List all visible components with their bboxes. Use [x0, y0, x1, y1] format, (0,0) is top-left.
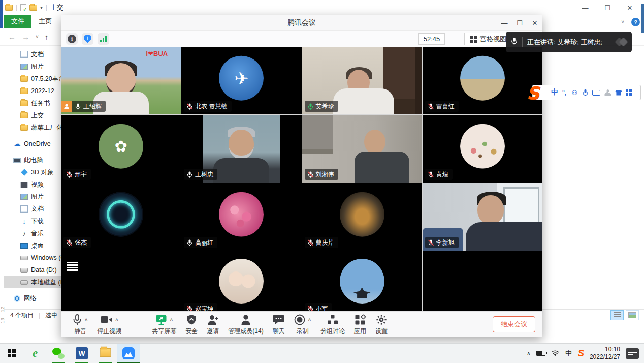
- start-button[interactable]: [0, 344, 23, 363]
- battery-icon[interactable]: [536, 351, 545, 356]
- participant-tile[interactable]: 刘湘伟: [302, 115, 422, 183]
- up-button[interactable]: ↑: [45, 33, 49, 41]
- taskbar-item-explorer[interactable]: [93, 344, 117, 363]
- tab-file[interactable]: 文件: [4, 15, 31, 28]
- invite-button[interactable]: 邀请: [202, 312, 223, 337]
- sidebar-item-folder[interactable]: 上交: [4, 109, 61, 122]
- back-button[interactable]: ←: [8, 33, 16, 41]
- punctuation-icon[interactable]: °,: [562, 89, 566, 96]
- explorer-minimize-button[interactable]: —: [574, 0, 596, 15]
- chevron-up-icon[interactable]: ∧: [115, 317, 118, 322]
- sidebar-item-documents[interactable]: 文档: [4, 203, 61, 215]
- taskbar-item-word[interactable]: W: [70, 344, 93, 363]
- tray-expand-icon[interactable]: ∧: [527, 350, 531, 357]
- thumbnail-view-button[interactable]: [626, 310, 639, 320]
- sidebar-item-folder[interactable]: 蔬菜工厂化: [4, 122, 61, 134]
- sidebar-item-network[interactable]: 网络: [4, 292, 61, 305]
- sidebar-item-folder[interactable]: 任务书: [4, 97, 61, 109]
- sidebar-item-documents[interactable]: 文档: [4, 48, 61, 60]
- sidebar-item-downloads[interactable]: ↓下载: [4, 215, 61, 227]
- explorer-close-button[interactable]: ✕: [619, 0, 641, 15]
- ime-chinese-mode-icon[interactable]: 中: [551, 88, 558, 97]
- participant-tile[interactable]: 王树忠: [181, 115, 301, 183]
- participant-tile[interactable]: I❤BUA 王绍辉: [61, 47, 181, 114]
- sidebar-item-drive-c[interactable]: Windows (C: [4, 252, 61, 264]
- sidebar-item-music[interactable]: ♪音乐: [4, 227, 61, 239]
- account-icon[interactable]: [604, 89, 611, 96]
- participant-tile[interactable]: 雷喜红: [423, 47, 542, 114]
- meeting-close-button[interactable]: ✕: [527, 15, 542, 31]
- toolbox-grid-icon[interactable]: [626, 89, 632, 96]
- taskbar-clock[interactable]: 10:10 2022/12/27: [590, 346, 620, 361]
- taskbar-item-wechat[interactable]: [47, 344, 70, 363]
- sogou-tray-icon[interactable]: S: [578, 348, 584, 359]
- meeting-info-button[interactable]: i: [66, 33, 78, 45]
- participant-name-label: 黄煌: [425, 169, 453, 180]
- settings-button[interactable]: 设置: [371, 312, 392, 337]
- sidebar-item-drive-d[interactable]: Data (D:): [4, 264, 61, 276]
- participant-tile[interactable]: 黄煌: [423, 115, 542, 183]
- ime-indicator[interactable]: 中: [565, 348, 572, 358]
- meeting-security-button[interactable]: [82, 33, 93, 45]
- ribbon-collapse-icon[interactable]: ˅: [621, 19, 624, 25]
- chat-button[interactable]: 聊天: [268, 312, 289, 337]
- apps-button[interactable]: 应用: [349, 312, 371, 337]
- voice-input-icon[interactable]: [583, 89, 588, 96]
- new-folder-icon[interactable]: [29, 5, 37, 11]
- sidebar-item-desktop[interactable]: 桌面: [4, 239, 61, 252]
- glow-ring-avatar: [99, 192, 143, 236]
- participant-tile[interactable]: 高丽红: [181, 183, 301, 251]
- sidebar-item-this-pc[interactable]: 此电脑: [4, 154, 61, 166]
- chevron-down-icon[interactable]: ▾: [40, 5, 43, 10]
- chevron-up-icon[interactable]: ∧: [84, 317, 88, 322]
- tab-home[interactable]: 主页: [31, 15, 59, 28]
- sidebar-item-folder[interactable]: 07.5.20丰台: [4, 73, 61, 85]
- participant-tile[interactable]: ✈ 北农 贾慧敏: [181, 47, 301, 114]
- sidebar-item-folder[interactable]: 2022-12: [4, 85, 61, 97]
- participant-tile[interactable]: [423, 251, 542, 311]
- skin-icon[interactable]: [615, 90, 622, 96]
- participant-tile[interactable]: 赵宝坤: [181, 251, 301, 311]
- participant-tile[interactable]: 张杰: [61, 183, 181, 251]
- sidebar-item-onedrive[interactable]: ☁OneDrive: [4, 138, 61, 150]
- grid-view-button[interactable]: 宫格视图: [464, 33, 512, 45]
- wifi-icon[interactable]: [551, 350, 559, 356]
- participant-tile[interactable]: ✿ 邢宇: [61, 115, 181, 183]
- keyboard-icon[interactable]: [592, 90, 600, 96]
- breakout-rooms-button[interactable]: 分组讨论: [316, 312, 349, 337]
- taskbar-item-meeting[interactable]: [117, 344, 140, 363]
- emoji-icon[interactable]: ☺: [570, 88, 578, 97]
- record-button[interactable]: ∧ 录制: [289, 312, 316, 337]
- sidebar-item-pictures[interactable]: 图片: [4, 60, 61, 73]
- end-meeting-button[interactable]: 结束会议: [493, 316, 535, 332]
- mute-button[interactable]: ∧ 静音: [68, 312, 92, 337]
- security-button[interactable]: 安全: [181, 312, 202, 337]
- forward-button[interactable]: →: [22, 33, 29, 41]
- explorer-maximize-button[interactable]: ☐: [596, 0, 619, 15]
- chevron-up-icon[interactable]: ∧: [308, 317, 311, 322]
- chevron-up-icon[interactable]: ∧: [170, 317, 173, 322]
- taskbar-item-browser[interactable]: e: [23, 344, 47, 363]
- properties-icon[interactable]: [20, 4, 26, 11]
- participant-tile[interactable]: 小军: [302, 251, 422, 311]
- history-dropdown-icon[interactable]: ˅: [36, 34, 39, 40]
- participant-tile[interactable]: 艾希珍: [302, 47, 422, 114]
- meeting-minimize-button[interactable]: —: [497, 15, 512, 31]
- sidebar-item-drive-e[interactable]: 本地磁盘 (E: [4, 276, 61, 288]
- sidebar-item-videos[interactable]: 视频: [4, 178, 61, 191]
- meeting-network-button[interactable]: [98, 33, 109, 45]
- sidebar-item-3d-objects[interactable]: 3D 对象: [4, 166, 61, 178]
- participant-tile[interactable]: 李新旭: [423, 183, 542, 251]
- details-view-button[interactable]: [610, 310, 624, 320]
- layout-list-icon[interactable]: [66, 260, 79, 273]
- sidebar-item-pictures[interactable]: 图片: [4, 191, 61, 203]
- share-screen-button[interactable]: ∧ 共享屏幕: [147, 312, 181, 337]
- participant-tile[interactable]: [61, 251, 181, 311]
- stop-video-button[interactable]: ∧ 停止视频: [92, 312, 126, 337]
- manage-members-button[interactable]: 管理成员(14): [223, 312, 268, 337]
- help-icon[interactable]: ?: [631, 18, 640, 26]
- notification-icon[interactable]: [626, 348, 639, 359]
- meeting-maximize-button[interactable]: ☐: [512, 15, 527, 31]
- participant-tile[interactable]: 曹庆芹: [302, 183, 422, 251]
- sogou-logo-icon[interactable]: S: [527, 83, 539, 103]
